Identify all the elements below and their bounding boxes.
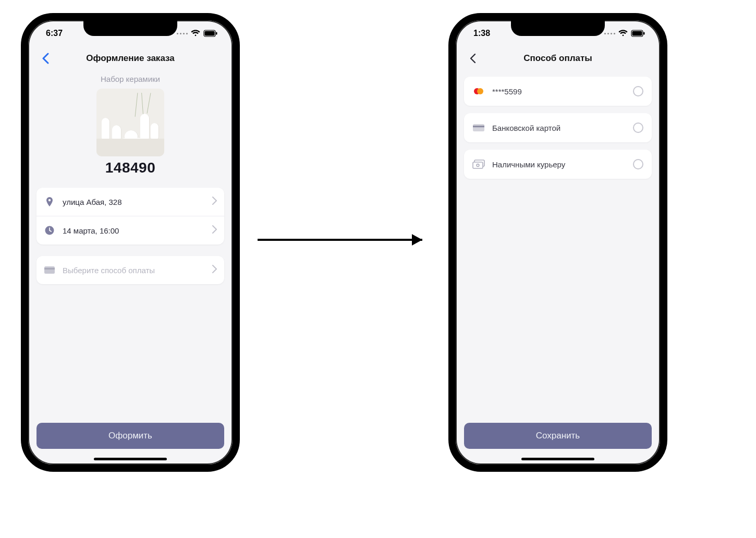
payment-placeholder: Выберите способ оплаты xyxy=(63,266,205,275)
flow-arrow-icon xyxy=(255,232,433,248)
screen-body: ****5599 Банковской картой Наличными кур… xyxy=(456,70,660,418)
battery-icon xyxy=(631,30,645,37)
datetime-text: 14 марта, 16:00 xyxy=(63,226,205,235)
chevron-right-icon xyxy=(212,197,217,207)
address-row[interactable]: улица Абая, 328 xyxy=(36,188,224,216)
save-button[interactable]: Сохранить xyxy=(464,423,652,449)
card-icon xyxy=(44,264,55,276)
product-block: Набор керамики 148490 xyxy=(36,70,224,176)
save-button-label: Сохранить xyxy=(536,431,580,441)
payment-option-cash[interactable]: Наличными курьеру xyxy=(464,150,652,179)
payment-option-label: Наличными курьеру xyxy=(492,160,626,169)
status-time: 6:37 xyxy=(46,29,63,38)
svg-rect-2 xyxy=(216,32,217,35)
svg-point-11 xyxy=(477,88,483,94)
delivery-card: улица Абая, 328 14 марта, 16:00 xyxy=(36,188,224,244)
chevron-right-icon xyxy=(212,265,217,275)
wifi-icon xyxy=(191,30,200,37)
clock-icon xyxy=(44,225,55,236)
chevron-left-icon xyxy=(470,53,476,64)
submit-order-label: Оформить xyxy=(108,431,152,441)
nav-bar: Способ оплаты xyxy=(456,46,660,70)
chevron-right-icon xyxy=(212,225,217,236)
status-time: 1:38 xyxy=(473,29,490,38)
svg-rect-15 xyxy=(473,162,483,168)
svg-rect-13 xyxy=(473,126,484,127)
home-indicator[interactable] xyxy=(521,458,594,460)
screen-body: Набор керамики 148490 xyxy=(28,70,233,418)
footer: Оформить xyxy=(28,418,233,464)
svg-rect-5 xyxy=(44,268,55,270)
radio-unchecked-icon[interactable] xyxy=(633,86,643,96)
cellular-dots-icon xyxy=(177,33,188,34)
payment-option-bank-card[interactable]: Банковской картой xyxy=(464,113,652,142)
home-indicator[interactable] xyxy=(94,458,167,460)
payment-option-saved-card[interactable]: ****5599 xyxy=(464,77,652,106)
svg-rect-12 xyxy=(473,124,484,131)
svg-rect-4 xyxy=(44,266,55,274)
status-right xyxy=(177,30,218,37)
payment-card: Выберите способ оплаты xyxy=(36,256,224,284)
footer: Сохранить xyxy=(456,418,660,464)
svg-rect-9 xyxy=(643,32,645,35)
product-name: Набор керамики xyxy=(36,75,224,83)
phone-checkout: 6:37 Оформление заказа Набор керамики xyxy=(21,13,240,472)
svg-rect-8 xyxy=(632,31,642,36)
payment-option-label: ****5599 xyxy=(492,87,626,96)
phone-payment: 1:38 Способ оплаты **** xyxy=(448,13,667,472)
cash-icon xyxy=(472,159,485,169)
mastercard-icon xyxy=(472,86,485,96)
payment-option-label: Банковской картой xyxy=(492,124,626,132)
submit-order-button[interactable]: Оформить xyxy=(36,423,224,449)
card-icon xyxy=(472,123,485,133)
nav-bar: Оформление заказа xyxy=(28,46,233,70)
radio-unchecked-icon[interactable] xyxy=(633,123,643,133)
chevron-left-icon xyxy=(42,53,49,64)
notch xyxy=(83,19,177,36)
wifi-icon xyxy=(618,30,628,37)
page-title: Способ оплаты xyxy=(523,53,592,64)
status-right xyxy=(604,30,645,37)
location-pin-icon xyxy=(44,196,55,207)
cellular-dots-icon xyxy=(604,33,615,34)
product-price: 148490 xyxy=(36,160,224,176)
back-button[interactable] xyxy=(465,51,481,66)
product-image xyxy=(96,89,164,156)
datetime-row[interactable]: 14 марта, 16:00 xyxy=(36,216,224,244)
notch xyxy=(511,19,605,36)
radio-unchecked-icon[interactable] xyxy=(633,159,643,169)
payment-method-row[interactable]: Выберите способ оплаты xyxy=(36,256,224,284)
page-title: Оформление заказа xyxy=(86,53,174,64)
back-button[interactable] xyxy=(38,51,53,66)
address-text: улица Абая, 328 xyxy=(63,198,205,206)
battery-icon xyxy=(203,30,218,37)
svg-rect-1 xyxy=(205,31,215,36)
